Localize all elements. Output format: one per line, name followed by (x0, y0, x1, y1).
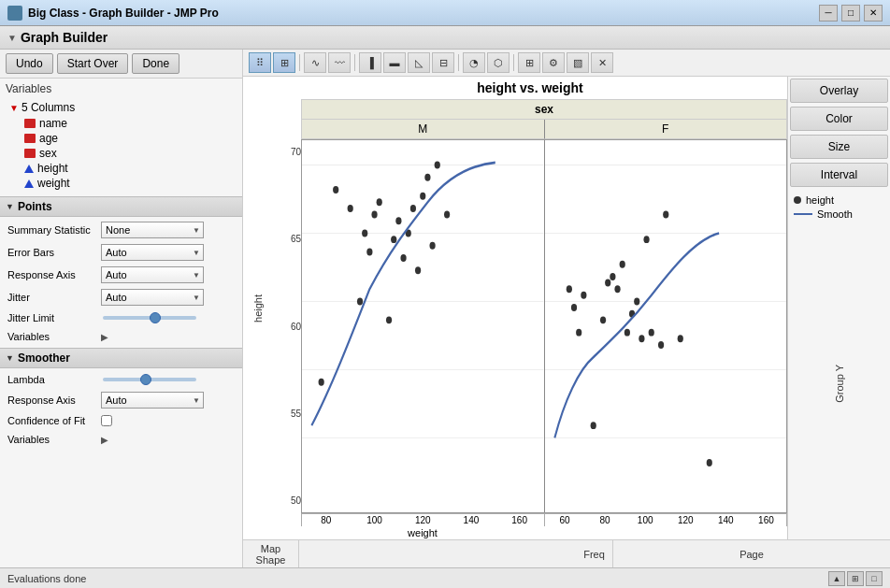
svg-point-12 (386, 316, 392, 323)
toolbar-separator (458, 54, 459, 71)
jitter-limit-thumb[interactable] (150, 312, 161, 323)
legend-line-label: Smooth (817, 208, 853, 220)
points-collapse-icon: ▼ (6, 202, 14, 211)
bar-tool[interactable]: ▐ (359, 52, 381, 73)
points-section-header[interactable]: ▼ Points (0, 196, 242, 217)
svg-point-35 (599, 316, 605, 323)
list-item[interactable]: weight (21, 176, 237, 191)
range-tool[interactable]: ⊟ (432, 52, 454, 73)
pie-tool[interactable]: ◔ (463, 52, 485, 73)
columns-group: ▼ 5 Columns name age (6, 97, 237, 193)
smoother-response-axis-control: Auto Left ▼ (99, 389, 237, 411)
lambda-thumb[interactable] (140, 374, 151, 385)
svg-point-37 (610, 273, 615, 280)
line-tool[interactable]: ∿ (304, 52, 326, 73)
svg-point-24 (319, 379, 324, 386)
main-container: ▼ Graph Builder Undo Start Over Done Var… (0, 26, 890, 588)
size-button[interactable]: Size (790, 135, 888, 159)
panel-collapse-triangle[interactable]: ▼ (7, 33, 17, 43)
map-tool[interactable]: ⬡ (487, 52, 510, 73)
smoother-variables-control: ▶ (99, 430, 237, 449)
panel-header: ▼ Graph Builder (0, 26, 890, 50)
bottom-bar: Map Shape Freq Page (243, 539, 890, 567)
x-tick: 140 (706, 515, 746, 525)
chart-svg-f (545, 140, 787, 512)
facet-header-area: sex (301, 99, 787, 120)
smoother-collapse-icon: ▼ (6, 353, 14, 363)
title-bar: Big Class - Graph Builder - JMP Pro ─ □ … (0, 0, 890, 26)
scatter-plot-tool[interactable]: ⠿ (249, 52, 271, 73)
freq-button[interactable]: Freq (576, 540, 613, 567)
x-tick: 100 (351, 515, 399, 525)
x-tick: 140 (447, 515, 495, 525)
jitter-limit-track[interactable] (103, 316, 196, 320)
list-item[interactable]: sex (21, 146, 237, 161)
lambda-track[interactable] (103, 378, 196, 381)
summary-statistic-label: Summary Statistic (6, 219, 99, 241)
points-tool[interactable]: ⊞ (273, 52, 295, 73)
list-item[interactable]: height (21, 161, 237, 176)
right-panel: Overlay Color Size Interval height Smoot (787, 77, 890, 539)
confidence-fit-checkbox[interactable] (101, 415, 112, 426)
smoother-section-header[interactable]: ▼ Smoother (0, 348, 242, 368)
toolbar-row: Undo Start Over Done (0, 50, 242, 79)
svg-point-9 (366, 248, 372, 255)
app-icon (7, 6, 22, 21)
done-button[interactable]: Done (132, 53, 179, 74)
jitter-control: Auto None ▼ (99, 286, 237, 308)
response-axis-dropdown[interactable]: Auto Left (101, 266, 204, 283)
points-section-title: Points (18, 200, 52, 213)
start-over-button[interactable]: Start Over (57, 53, 129, 74)
x-ticks-f: 60 80 100 120 140 160 (545, 513, 788, 526)
bar-horiz-tool[interactable]: ▬ (383, 52, 406, 73)
error-bars-dropdown[interactable]: Auto None (101, 244, 204, 261)
status-grid-icon[interactable]: ⊞ (847, 571, 864, 586)
page-button[interactable]: Page (613, 549, 890, 560)
undo-button[interactable]: Undo (6, 53, 53, 74)
smoother-variables-label: Variables (6, 430, 99, 449)
graph-title: height vs. weight (273, 77, 787, 99)
color-button[interactable]: Color (790, 107, 888, 131)
plot-panel-m[interactable] (302, 140, 545, 512)
jitter-label: Jitter (6, 286, 99, 308)
columns-collapse-icon: ▼ (9, 103, 19, 113)
graph-toolbar: ⠿ ⊞ ∿ 〰 ▐ ▬ ◺ ⊟ ◔ ⬡ ⊞ ⚙ ▧ ✕ (243, 50, 890, 77)
minimize-button[interactable]: ─ (819, 5, 838, 22)
grid-tool[interactable]: ⊞ (518, 52, 540, 73)
variables-label: Variables (6, 82, 237, 95)
columns-header[interactable]: ▼ 5 Columns (6, 99, 237, 116)
summary-statistic-dropdown[interactable]: None Mean Median (101, 222, 204, 238)
smooth-tool[interactable]: 〰 (328, 52, 351, 73)
jitter-dropdown[interactable]: Auto None (101, 289, 204, 306)
toolbar-separator (354, 54, 355, 71)
list-item[interactable]: age (21, 131, 237, 146)
graph-main: height vs. weight sex M F (273, 77, 787, 539)
x-tick: 80 (302, 515, 351, 525)
unknown-tool-2[interactable]: ✕ (591, 52, 613, 73)
y-axis-label-container: height (243, 77, 273, 539)
list-item[interactable]: name (21, 116, 237, 131)
status-window-icon[interactable]: □ (866, 571, 883, 586)
settings-tool[interactable]: ⚙ (542, 52, 565, 73)
legend-dot-icon (794, 196, 801, 204)
unknown-tool-1[interactable]: ▧ (567, 52, 589, 73)
variable-list: name age sex height (6, 116, 237, 191)
error-bars-label: Error Bars (6, 241, 99, 264)
overlay-button[interactable]: Overlay (790, 79, 888, 103)
map-shape-button[interactable]: Map Shape (243, 540, 299, 567)
svg-point-10 (371, 211, 377, 219)
left-panel: Undo Start Over Done Variables ▼ 5 Colum… (0, 50, 243, 567)
smoother-response-axis-dropdown[interactable]: Auto Left (101, 392, 204, 409)
close-button[interactable]: ✕ (864, 5, 883, 22)
smoother-variables-expand-icon[interactable]: ▶ (101, 435, 110, 444)
y-tick: 55 (291, 409, 301, 419)
chart-svg-m (302, 140, 544, 512)
plot-panel-f[interactable] (545, 140, 787, 512)
area-tool[interactable]: ◺ (408, 52, 430, 73)
interval-button[interactable]: Interval (790, 163, 888, 187)
points-variables-expand-icon[interactable]: ▶ (101, 332, 110, 341)
maximize-button[interactable]: □ (841, 5, 860, 22)
status-up-icon[interactable]: ▲ (828, 571, 845, 586)
svg-point-18 (415, 266, 421, 274)
legend-item-height: height (794, 194, 884, 206)
